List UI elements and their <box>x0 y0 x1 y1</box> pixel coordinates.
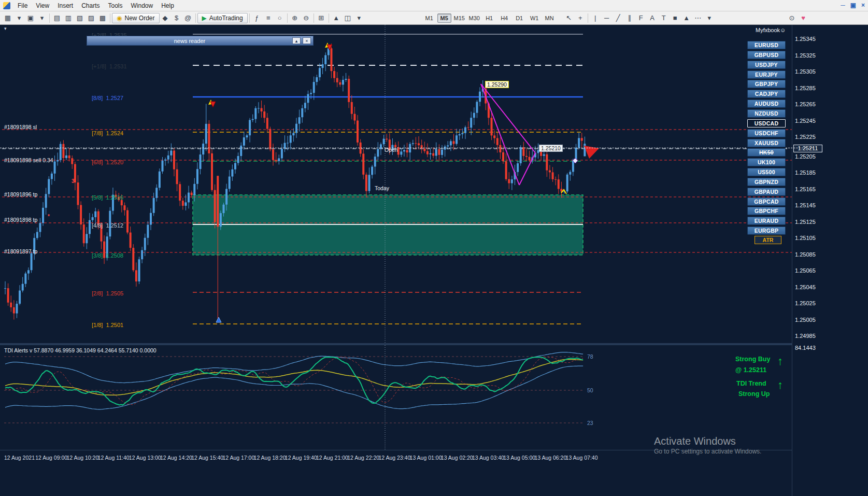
more-tools-icon[interactable]: ⋯ <box>692 13 704 23</box>
minimize-button[interactable]: ─ <box>841 1 845 9</box>
menu-item-help[interactable]: Help <box>157 1 178 10</box>
navigator-icon[interactable]: ▧ <box>74 13 86 23</box>
zoom-in-icon[interactable]: ⊕ <box>289 13 301 23</box>
signal-strong-up: Strong Up <box>738 390 770 398</box>
timeframe-d1[interactable]: D1 <box>513 13 527 23</box>
price-scale[interactable]: 1.25211 84.1443 1.253451.253251.253051.2… <box>792 25 868 496</box>
arrows-icon[interactable]: ▲ <box>681 13 692 23</box>
symbol-button-gbpjpy[interactable]: GBPJPY <box>747 80 786 88</box>
restore-button[interactable]: ▣ <box>850 1 856 9</box>
symbol-button-eurusd[interactable]: EURUSD <box>747 41 786 49</box>
shapes-icon[interactable]: ■ <box>670 13 681 23</box>
deposit-icon[interactable]: $ <box>171 13 182 23</box>
autotrading-button[interactable]: ▶AutoTrading <box>197 13 248 23</box>
new-chart-icon[interactable]: ▦ <box>2 13 13 23</box>
window-buttons: ─▣× <box>841 1 865 9</box>
menu-item-view[interactable]: View <box>32 1 53 10</box>
options-dropdown-icon[interactable]: ▾ <box>353 13 365 23</box>
vertical-line-icon[interactable]: | <box>590 13 601 23</box>
strategy-tester-icon[interactable]: ▩ <box>97 13 108 23</box>
symbol-button-uk100[interactable]: UK100 <box>747 158 786 166</box>
wedge-pattern-line[interactable] <box>481 84 535 153</box>
tile-windows-icon[interactable]: ⊞ <box>316 13 327 23</box>
murrey-label: [4/8] 1.2512 <box>92 222 123 229</box>
timeframe-m1[interactable]: M1 <box>422 13 436 23</box>
toolbar-separator <box>588 13 588 23</box>
timeframe-h1[interactable]: H1 <box>482 13 496 23</box>
timeframe-h4[interactable]: H4 <box>497 13 511 23</box>
price-tag-label: 1.25290 <box>485 81 509 88</box>
news-reader-window[interactable]: news reader ▴ × <box>87 36 314 46</box>
symbol-button-gbpusd[interactable]: GBPUSD <box>747 51 786 59</box>
channel-icon[interactable]: ∥ <box>624 13 635 23</box>
symbol-button-hk50[interactable]: HK50 <box>747 148 786 157</box>
new-chart-dropdown-icon[interactable]: ▾ <box>13 13 25 23</box>
market-watch-icon[interactable]: ▤ <box>51 13 63 23</box>
atr-button[interactable]: ATR <box>755 236 781 244</box>
time-axis-label: 13 Aug 02:20 <box>441 455 473 461</box>
timeframe-m15[interactable]: M15 <box>452 13 466 23</box>
favorites-icon[interactable]: ♥ <box>798 13 809 23</box>
menu-item-charts[interactable]: Charts <box>77 1 104 10</box>
timeframe-m30[interactable]: M30 <box>467 13 481 23</box>
close-button[interactable]: × <box>861 1 865 9</box>
menu-items: FileViewInsertChartsToolsWindowHelp <box>13 1 178 10</box>
timeframe-w1[interactable]: W1 <box>528 13 542 23</box>
wedge-pattern-line[interactable] <box>481 84 519 185</box>
cursor-icon[interactable]: ↖ <box>563 13 575 23</box>
time-axis-label: 13 Aug 05:00 <box>503 455 535 461</box>
new-order-button[interactable]: ◉New Order <box>112 13 160 23</box>
symbol-button-eurjpy[interactable]: EURJPY <box>747 70 786 79</box>
tools-dropdown-icon[interactable]: ▾ <box>704 13 715 23</box>
crosshair-icon[interactable]: + <box>575 13 586 23</box>
auto-arrange-icon[interactable]: ▲ <box>331 13 342 23</box>
chart-context-arrow-icon[interactable]: ▾ <box>4 26 7 31</box>
chart-profiles-icon[interactable]: ▣ <box>25 13 36 23</box>
symbol-button-usdjpy[interactable]: USDJPY <box>747 61 786 69</box>
symbol-button-gbpnzd[interactable]: GBPNZD <box>747 178 786 186</box>
data-window-icon[interactable]: ▥ <box>63 13 74 23</box>
news-close-button[interactable]: × <box>303 37 311 44</box>
timeframe-mn[interactable]: MN <box>543 13 557 23</box>
indicators-icon[interactable]: ƒ <box>251 13 263 23</box>
menu-item-tools[interactable]: Tools <box>104 1 127 10</box>
timeframe-m5[interactable]: M5 <box>437 13 451 23</box>
zoom-out-icon[interactable]: ⊖ <box>301 13 312 23</box>
symbol-button-usdcad[interactable]: USDCAD <box>747 119 786 127</box>
text-icon[interactable]: A <box>647 13 658 23</box>
fibonacci-icon[interactable]: F <box>635 13 647 23</box>
menu-item-window[interactable]: Window <box>127 1 158 10</box>
objects-list-icon[interactable]: ≡ <box>263 13 274 23</box>
community-icon[interactable]: @ <box>182 13 194 23</box>
symbol-button-gbpcad[interactable]: GBPCAD <box>747 197 786 206</box>
symbol-button-usdchf[interactable]: USDCHF <box>747 129 786 137</box>
label-icon[interactable]: T <box>658 13 670 23</box>
menu-item-file[interactable]: File <box>13 1 32 10</box>
terminal-icon[interactable]: ▨ <box>86 13 97 23</box>
time-axis-label: 12 Aug 21:00 <box>316 455 348 461</box>
search-icon[interactable]: ⊙ <box>786 13 798 23</box>
symbol-button-euraud[interactable]: EURAUD <box>747 217 786 225</box>
symbol-button-nzdusd[interactable]: NZDUSD <box>747 109 786 118</box>
symbol-button-eurgbp[interactable]: EURGBP <box>747 226 786 235</box>
chart-annotation: * <box>48 214 50 219</box>
news-collapse-button[interactable]: ▴ <box>292 37 301 44</box>
price-scale-label: 1.25005 <box>795 317 816 323</box>
symbol-button-xauusd[interactable]: XAUUSD <box>747 139 786 147</box>
price-scale-label: 1.25185 <box>795 169 816 176</box>
symbol-button-gbpaud[interactable]: GBPAUD <box>747 188 786 196</box>
trendline-icon[interactable]: ╱ <box>613 13 624 23</box>
chart-profiles-dropdown-icon[interactable]: ▾ <box>36 13 48 23</box>
symbol-button-gbpchf[interactable]: GBPCHF <box>747 207 786 215</box>
menu-item-insert[interactable]: Insert <box>53 1 77 10</box>
time-axis-label: 12 Aug 22:20 <box>347 455 379 461</box>
cycles-icon[interactable]: ○ <box>274 13 286 23</box>
symbol-button-us500[interactable]: US500 <box>747 168 786 176</box>
symbol-button-cadjpy[interactable]: CADJPY <box>747 90 786 98</box>
murrey-label: [+1/8] 1.2531 <box>92 63 127 69</box>
cascade-icon[interactable]: ◫ <box>342 13 353 23</box>
time-axis-label: 12 Aug 2021 <box>4 455 35 461</box>
horizontal-line-icon[interactable]: ─ <box>601 13 613 23</box>
metaeditor-icon[interactable]: ◆ <box>160 13 171 23</box>
symbol-button-audusd[interactable]: AUDUSD <box>747 100 786 108</box>
